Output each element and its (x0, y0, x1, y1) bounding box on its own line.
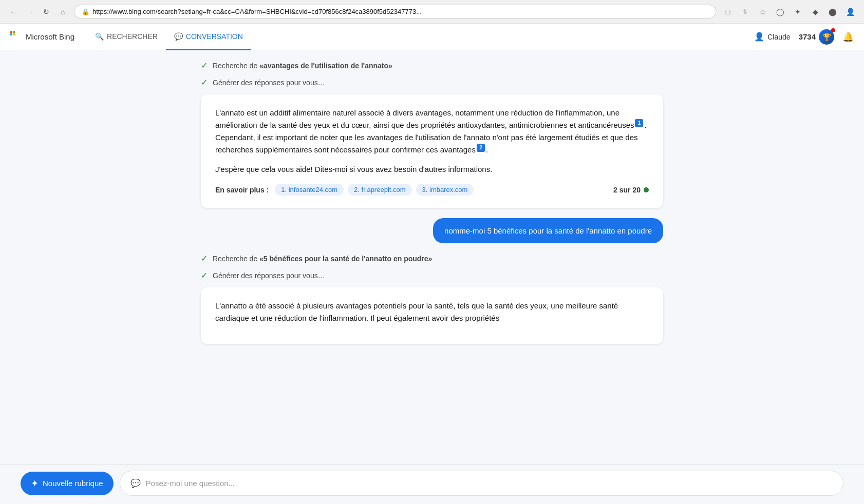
status-bold-3: «5 bénéfices pour la santé de l'annatto … (259, 255, 432, 263)
extension3-button[interactable]: ◆ (807, 4, 823, 20)
star-button[interactable]: ☆ (755, 4, 771, 20)
rechercher-icon: 🔍 (95, 32, 104, 41)
user-section[interactable]: 👤 Claude (754, 32, 790, 42)
user-message: nomme-moi 5 bénéfices pour la santé de l… (201, 218, 663, 243)
extension2-button[interactable]: ✦ (790, 4, 805, 20)
new-topic-label: Nouvelle rubrique (43, 479, 103, 488)
status-text-3: Recherche de «5 bénéfices pour la santé … (213, 255, 432, 263)
extension4-button[interactable]: ⬤ (825, 4, 840, 20)
svg-rect-0 (10, 31, 12, 33)
profile-button[interactable]: 👤 (842, 4, 858, 20)
second-response-card: L'annatto a été associé à plusieurs avan… (201, 287, 663, 344)
extension1-button[interactable]: ◯ (773, 4, 788, 20)
url-text: https://www.bing.com/search?setlang=fr-c… (92, 8, 708, 15)
source-chip-1[interactable]: 1. infosante24.com (275, 184, 344, 196)
conversation-icon: 💬 (174, 32, 183, 41)
notification-dot (831, 28, 835, 32)
back-button[interactable]: ← (6, 5, 21, 19)
chat-input-placeholder: Posez-moi une question... (146, 479, 235, 488)
response-text-part1: L'annato est un additif alimentaire natu… (215, 108, 634, 129)
bottom-bar: ✦ Nouvelle rubrique 💬 Posez-moi une ques… (0, 464, 864, 504)
status-text-2: Générer des réponses pour vous… (213, 79, 325, 87)
tab-conversation-label: CONVERSATION (186, 32, 243, 41)
trophy-icon: 🏆 (822, 33, 831, 41)
cast-button[interactable]: □ (720, 4, 736, 20)
lock-icon: 🔒 (82, 8, 89, 15)
status-item-4: ✓ Générer des réponses pour vous… (201, 270, 663, 280)
response-text-part3: . (486, 145, 488, 154)
tab-rechercher[interactable]: 🔍 RECHERCHER (87, 24, 166, 50)
green-dot (644, 187, 649, 192)
check-icon-1: ✓ (201, 61, 208, 70)
status-text-1: Recherche de «avantages de l'utilisation… (213, 62, 392, 70)
sup-2: 2 (477, 144, 485, 152)
home-button[interactable]: ⌂ (55, 5, 70, 19)
check-icon-3: ✓ (201, 254, 208, 263)
bing-logo-text: Microsoft Bing (26, 32, 74, 41)
tab-conversation[interactable]: 💬 CONVERSATION (166, 24, 251, 50)
user-icon: 👤 (754, 32, 764, 42)
svg-rect-2 (10, 33, 12, 35)
status-item-3: ✓ Recherche de «5 bénéfices pour la sant… (201, 254, 663, 263)
second-response-text: L'annatto a été associé à plusieurs avan… (215, 300, 649, 324)
main-content: ✓ Recherche de «avantages de l'utilisati… (0, 50, 864, 464)
header-right: 👤 Claude 3734 🏆 🔔 (754, 29, 854, 45)
status-item-1: ✓ Recherche de «avantages de l'utilisati… (201, 61, 663, 70)
username-text: Claude (767, 33, 790, 41)
check-icon-2: ✓ (201, 77, 208, 87)
status-text-4: Générer des réponses pour vous… (213, 272, 325, 280)
sources-row: En savoir plus : 1. infosante24.com 2. f… (215, 184, 649, 196)
user-bubble: nomme-moi 5 bénéfices pour la santé de l… (433, 218, 663, 243)
broom-icon: ✦ (31, 478, 39, 489)
pages-count: 2 sur 20 (613, 186, 649, 194)
address-bar[interactable]: 🔒 https://www.bing.com/search?setlang=fr… (74, 5, 716, 18)
forward-button[interactable]: → (23, 5, 37, 19)
status-item-2: ✓ Générer des réponses pour vous… (201, 77, 663, 87)
browser-nav-buttons: ← → ↻ ⌂ (6, 5, 70, 19)
chat-input-icon: 💬 (130, 478, 141, 488)
bing-logo[interactable]: Microsoft Bing (10, 31, 74, 43)
points-badge: 🏆 (819, 29, 834, 45)
pages-count-text: 2 sur 20 (613, 186, 641, 194)
hope-text: J'espère que cela vous aide! Dites-moi s… (215, 163, 649, 176)
status-bold-1: «avantages de l'utilisation de l'annato» (259, 62, 392, 70)
nav-tabs: 🔍 RECHERCHER 💬 CONVERSATION (87, 24, 251, 50)
source-chip-3[interactable]: 3. imbarex.com (416, 184, 474, 196)
reload-button[interactable]: ↻ (39, 5, 53, 19)
sup-1: 1 (635, 119, 643, 127)
check-icon-4: ✓ (201, 270, 208, 280)
points-section[interactable]: 3734 🏆 (799, 29, 834, 45)
chat-area: ✓ Recherche de «avantages de l'utilisati… (201, 61, 663, 364)
reader-button[interactable]: ﹪ (738, 4, 753, 20)
source-chip-2[interactable]: 2. fr.apreepit.com (348, 184, 411, 196)
app-header: Microsoft Bing 🔍 RECHERCHER 💬 CONVERSATI… (0, 24, 864, 50)
new-topic-button[interactable]: ✦ Nouvelle rubrique (21, 472, 114, 495)
browser-actions: □ ﹪ ☆ ◯ ✦ ◆ ⬤ 👤 (720, 4, 858, 20)
tab-rechercher-label: RECHERCHER (107, 32, 158, 41)
first-response-text: L'annato est un additif alimentaire natu… (215, 107, 649, 156)
bing-logo-icon (10, 31, 23, 43)
bell-button[interactable]: 🔔 (842, 31, 854, 43)
first-response-card: L'annato est un additif alimentaire natu… (201, 94, 663, 208)
points-value: 3734 (799, 32, 816, 41)
svg-rect-3 (13, 33, 15, 35)
svg-rect-1 (13, 31, 15, 33)
browser-chrome: ← → ↻ ⌂ 🔒 https://www.bing.com/search?se… (0, 0, 864, 24)
chat-input-area[interactable]: 💬 Posez-moi une question... (120, 471, 843, 496)
sources-label: En savoir plus : (215, 186, 269, 194)
